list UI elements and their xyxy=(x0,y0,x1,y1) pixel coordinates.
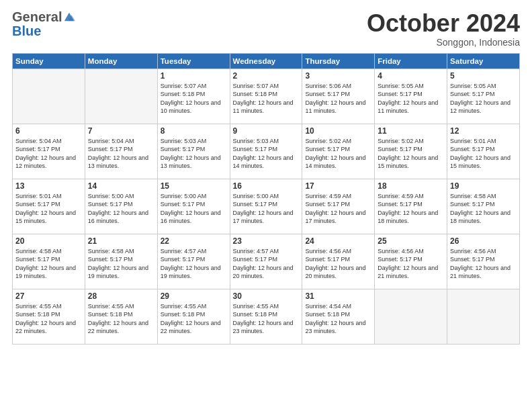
calendar-cell: 5Sunrise: 5:05 AMSunset: 5:17 PMDaylight… xyxy=(447,68,520,124)
calendar-cell: 22Sunrise: 4:57 AMSunset: 5:17 PMDayligh… xyxy=(157,234,230,289)
day-info: Sunrise: 5:00 AMSunset: 5:17 PMDaylight:… xyxy=(88,192,154,226)
calendar-cell xyxy=(13,68,85,124)
calendar-cell: 31Sunrise: 4:54 AMSunset: 5:18 PMDayligh… xyxy=(302,289,375,344)
calendar-cell: 6Sunrise: 5:04 AMSunset: 5:17 PMDaylight… xyxy=(13,124,85,179)
day-info: Sunrise: 5:04 AMSunset: 5:17 PMDaylight:… xyxy=(15,137,82,171)
weekday-header: Wednesday xyxy=(230,53,302,68)
day-info: Sunrise: 5:01 AMSunset: 5:17 PMDaylight:… xyxy=(450,137,517,171)
calendar-cell: 20Sunrise: 4:58 AMSunset: 5:17 PMDayligh… xyxy=(13,234,85,289)
calendar-cell: 28Sunrise: 4:55 AMSunset: 5:18 PMDayligh… xyxy=(85,289,157,344)
calendar-cell: 7Sunrise: 5:04 AMSunset: 5:17 PMDaylight… xyxy=(85,124,157,179)
calendar-cell: 23Sunrise: 4:57 AMSunset: 5:17 PMDayligh… xyxy=(230,234,302,289)
day-number: 6 xyxy=(15,126,82,136)
day-number: 20 xyxy=(15,236,82,246)
day-info: Sunrise: 5:01 AMSunset: 5:17 PMDaylight:… xyxy=(15,192,82,226)
day-info: Sunrise: 5:05 AMSunset: 5:17 PMDaylight:… xyxy=(450,82,517,116)
day-info: Sunrise: 4:55 AMSunset: 5:18 PMDaylight:… xyxy=(161,302,227,336)
day-number: 7 xyxy=(88,126,154,136)
logo-icon xyxy=(63,11,75,23)
calendar-cell xyxy=(447,289,520,344)
day-info: Sunrise: 4:57 AMSunset: 5:17 PMDaylight:… xyxy=(161,247,227,281)
day-info: Sunrise: 5:06 AMSunset: 5:17 PMDaylight:… xyxy=(305,82,371,116)
calendar-cell: 4Sunrise: 5:05 AMSunset: 5:17 PMDaylight… xyxy=(375,68,447,124)
day-info: Sunrise: 4:55 AMSunset: 5:18 PMDaylight:… xyxy=(15,302,82,336)
day-number: 5 xyxy=(450,71,517,81)
calendar-cell xyxy=(85,68,157,124)
day-info: Sunrise: 4:59 AMSunset: 5:17 PMDaylight:… xyxy=(378,192,444,226)
calendar-table: SundayMondayTuesdayWednesdayThursdayFrid… xyxy=(12,53,520,345)
day-number: 16 xyxy=(233,181,300,191)
day-number: 14 xyxy=(88,181,154,191)
day-number: 15 xyxy=(161,181,227,191)
calendar-cell: 12Sunrise: 5:01 AMSunset: 5:17 PMDayligh… xyxy=(447,124,520,179)
calendar-cell: 24Sunrise: 4:56 AMSunset: 5:17 PMDayligh… xyxy=(302,234,375,289)
header: General Blue October 2024 Songgon, Indon… xyxy=(12,10,520,48)
day-number: 26 xyxy=(450,236,517,246)
weekday-header: Friday xyxy=(375,53,447,68)
day-number: 24 xyxy=(305,236,371,246)
logo-blue: Blue xyxy=(12,24,41,39)
day-number: 3 xyxy=(305,71,371,81)
calendar-cell: 19Sunrise: 4:58 AMSunset: 5:17 PMDayligh… xyxy=(447,179,520,234)
calendar-cell: 10Sunrise: 5:02 AMSunset: 5:17 PMDayligh… xyxy=(302,124,375,179)
calendar-cell: 2Sunrise: 5:07 AMSunset: 5:18 PMDaylight… xyxy=(230,68,302,124)
day-number: 18 xyxy=(378,181,444,191)
day-info: Sunrise: 5:07 AMSunset: 5:18 PMDaylight:… xyxy=(233,82,300,116)
day-number: 31 xyxy=(305,291,371,301)
day-info: Sunrise: 5:03 AMSunset: 5:17 PMDaylight:… xyxy=(233,137,300,171)
calendar-cell: 11Sunrise: 5:02 AMSunset: 5:17 PMDayligh… xyxy=(375,124,447,179)
day-info: Sunrise: 4:56 AMSunset: 5:17 PMDaylight:… xyxy=(378,247,444,281)
day-number: 28 xyxy=(88,291,154,301)
calendar-week-row: 6Sunrise: 5:04 AMSunset: 5:17 PMDaylight… xyxy=(13,124,520,179)
day-info: Sunrise: 4:56 AMSunset: 5:17 PMDaylight:… xyxy=(305,247,371,281)
location-subtitle: Songgon, Indonesia xyxy=(367,37,520,48)
calendar-cell: 15Sunrise: 5:00 AMSunset: 5:17 PMDayligh… xyxy=(157,179,230,234)
day-number: 10 xyxy=(305,126,371,136)
day-number: 11 xyxy=(378,126,444,136)
day-info: Sunrise: 4:57 AMSunset: 5:17 PMDaylight:… xyxy=(233,247,300,281)
weekday-header: Sunday xyxy=(13,53,85,68)
weekday-header: Thursday xyxy=(302,53,375,68)
day-info: Sunrise: 5:03 AMSunset: 5:17 PMDaylight:… xyxy=(161,137,227,171)
calendar-cell: 21Sunrise: 4:58 AMSunset: 5:17 PMDayligh… xyxy=(85,234,157,289)
calendar-cell: 3Sunrise: 5:06 AMSunset: 5:17 PMDaylight… xyxy=(302,68,375,124)
month-title: October 2024 xyxy=(367,10,520,37)
day-info: Sunrise: 4:58 AMSunset: 5:17 PMDaylight:… xyxy=(15,247,82,281)
day-info: Sunrise: 5:00 AMSunset: 5:17 PMDaylight:… xyxy=(161,192,227,226)
weekday-header: Saturday xyxy=(447,53,520,68)
calendar-cell: 13Sunrise: 5:01 AMSunset: 5:17 PMDayligh… xyxy=(13,179,85,234)
logo: General Blue xyxy=(12,10,75,39)
calendar-cell: 14Sunrise: 5:00 AMSunset: 5:17 PMDayligh… xyxy=(85,179,157,234)
day-number: 19 xyxy=(450,181,517,191)
day-info: Sunrise: 5:07 AMSunset: 5:18 PMDaylight:… xyxy=(161,82,227,116)
day-number: 8 xyxy=(161,126,227,136)
calendar-cell: 29Sunrise: 4:55 AMSunset: 5:18 PMDayligh… xyxy=(157,289,230,344)
day-info: Sunrise: 4:58 AMSunset: 5:17 PMDaylight:… xyxy=(450,192,517,226)
day-number: 13 xyxy=(15,181,82,191)
title-block: October 2024 Songgon, Indonesia xyxy=(367,10,520,48)
day-number: 9 xyxy=(233,126,300,136)
calendar-page: General Blue October 2024 Songgon, Indon… xyxy=(0,0,532,411)
day-number: 12 xyxy=(450,126,517,136)
day-info: Sunrise: 4:56 AMSunset: 5:17 PMDaylight:… xyxy=(450,247,517,281)
logo-general: General xyxy=(12,10,62,24)
day-number: 2 xyxy=(233,71,300,81)
day-number: 27 xyxy=(15,291,82,301)
calendar-cell: 17Sunrise: 4:59 AMSunset: 5:17 PMDayligh… xyxy=(302,179,375,234)
weekday-header: Tuesday xyxy=(157,53,230,68)
calendar-cell: 26Sunrise: 4:56 AMSunset: 5:17 PMDayligh… xyxy=(447,234,520,289)
day-info: Sunrise: 4:55 AMSunset: 5:18 PMDaylight:… xyxy=(88,302,154,336)
calendar-cell: 1Sunrise: 5:07 AMSunset: 5:18 PMDaylight… xyxy=(157,68,230,124)
calendar-cell: 9Sunrise: 5:03 AMSunset: 5:17 PMDaylight… xyxy=(230,124,302,179)
calendar-week-row: 13Sunrise: 5:01 AMSunset: 5:17 PMDayligh… xyxy=(13,179,520,234)
day-info: Sunrise: 5:02 AMSunset: 5:17 PMDaylight:… xyxy=(378,137,444,171)
weekday-header-row: SundayMondayTuesdayWednesdayThursdayFrid… xyxy=(13,53,520,68)
day-number: 21 xyxy=(88,236,154,246)
calendar-cell: 27Sunrise: 4:55 AMSunset: 5:18 PMDayligh… xyxy=(13,289,85,344)
calendar-week-row: 27Sunrise: 4:55 AMSunset: 5:18 PMDayligh… xyxy=(13,289,520,344)
day-info: Sunrise: 5:00 AMSunset: 5:17 PMDaylight:… xyxy=(233,192,300,226)
calendar-week-row: 20Sunrise: 4:58 AMSunset: 5:17 PMDayligh… xyxy=(13,234,520,289)
weekday-header: Monday xyxy=(85,53,157,68)
day-number: 23 xyxy=(233,236,300,246)
day-info: Sunrise: 4:54 AMSunset: 5:18 PMDaylight:… xyxy=(305,302,371,336)
